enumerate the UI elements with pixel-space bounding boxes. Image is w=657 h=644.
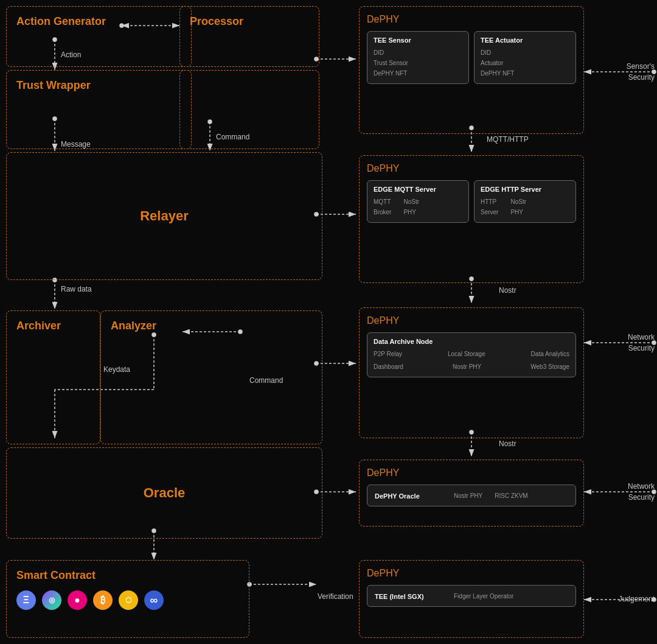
dephy-oracle-title: DePHY Oracle	[375, 492, 420, 500]
trust-wrapper-box: Trust Wrapper	[6, 70, 192, 149]
eth-coin-icon: Ξ	[16, 590, 36, 610]
judgement-label: Judgement	[619, 593, 655, 604]
data-archive-box: Data Archive Node P2P RelayLocal Storage…	[367, 332, 576, 377]
network-security-label-top: NetworkSecurity	[628, 332, 655, 354]
sensors-security-label: Sensor'sSecurity	[627, 61, 655, 83]
action-generator-box: Action Generator	[6, 6, 192, 67]
tee-sensor-items: DIDTrust SensorDePHY NFT	[374, 47, 462, 79]
oracle-box: Oracle	[6, 447, 322, 539]
command-label-1: Command	[216, 133, 249, 141]
sol-coin-icon: ◎	[42, 590, 61, 610]
processor-box: Processor	[179, 6, 319, 67]
dephy-title-4: DePHY	[367, 467, 576, 478]
dephy-box-2: DePHY EDGE MQTT Server MQTTBroker NoStrP…	[359, 155, 584, 283]
edge-http-title: EDGE HTTP Server	[481, 186, 569, 193]
data-archive-title: Data Archive Node	[374, 338, 569, 345]
tee-sensor-title: TEE Sensor	[374, 37, 462, 44]
dephy-title-3: DePHY	[367, 315, 576, 326]
analyzer-box: Analyzer	[100, 310, 322, 444]
dephy-title-2: DePHY	[367, 163, 576, 174]
relayer-box: Relayer	[6, 152, 322, 280]
mqtt-http-label: MQTT/HTTP	[487, 135, 529, 144]
bnb-coin-icon: ⬡	[119, 590, 138, 610]
action-generator-title: Action Generator	[16, 15, 106, 27]
dephy-box-3: DePHY Data Archive Node P2P RelayLocal S…	[359, 307, 584, 438]
link-coin-icon: ∞	[144, 590, 164, 610]
edge-http-box: EDGE HTTP Server HTTPServer NoStrPHY	[474, 180, 576, 223]
edge-mqtt-box: EDGE MQTT Server MQTTBroker NoStrPHY	[367, 180, 469, 223]
dephy-box-5: DePHY TEE (Intel SGX) Fidger Layer Opera…	[359, 560, 584, 638]
dephy-title-5: DePHY	[367, 568, 576, 579]
tee-actuator-title: TEE Actuator	[481, 37, 569, 44]
tee-intel-title: TEE (Intel SGX)	[375, 593, 424, 600]
oracle-title: Oracle	[144, 485, 186, 501]
edge-http-items: HTTPServer NoStrPHY	[481, 197, 569, 217]
fidger-layer-label: Fidger Layer Operator	[454, 591, 513, 601]
action-label: Action	[61, 51, 81, 59]
analyzer-title: Analyzer	[111, 320, 156, 332]
data-archive-items: P2P RelayLocal StorageData Analytics Das…	[374, 349, 569, 372]
edge-mqtt-items: MQTTBroker NoStrPHY	[374, 197, 462, 217]
keydata-label: Keydata	[103, 365, 130, 374]
archiver-title: Archiver	[16, 320, 61, 332]
smart-contract-box: Smart Contract Ξ ◎ ● ₿ ⬡ ∞	[6, 560, 249, 638]
dephy-oracle-zkvm: RISC ZKVM	[495, 491, 527, 501]
edge-mqtt-title: EDGE MQTT Server	[374, 186, 462, 193]
message-label: Message	[61, 140, 91, 149]
smart-contract-title: Smart Contract	[16, 569, 239, 582]
dephy-oracle-nostr: Nostr PHY	[454, 491, 482, 501]
processor-title: Processor	[190, 15, 243, 27]
dephy-box-1: DePHY TEE Sensor DIDTrust SensorDePHY NF…	[359, 6, 584, 134]
tee-actuator-box: TEE Actuator DIDActuatorDePHY NFT	[474, 31, 576, 84]
dephy-title-1: DePHY	[367, 14, 576, 25]
relayer-title: Relayer	[140, 208, 189, 224]
tee-actuator-items: DIDActuatorDePHY NFT	[481, 47, 569, 79]
trust-wrapper-title: Trust Wrapper	[16, 79, 91, 91]
dot-coin-icon: ●	[68, 590, 87, 610]
verification-label: Verification	[318, 592, 353, 601]
btc-coin-icon: ₿	[93, 590, 113, 610]
tee-sensor-box: TEE Sensor DIDTrust SensorDePHY NFT	[367, 31, 469, 84]
dephy-oracle-inner: DePHY Oracle Nostr PHY RISC ZKVM	[367, 485, 576, 506]
network-security-label-bottom: NetworkSecurity	[628, 481, 655, 503]
raw-data-label: Raw data	[61, 285, 92, 293]
nostr-label-2: Nostr	[499, 439, 516, 448]
command-label-2: Command	[249, 376, 283, 385]
tee-intel-inner: TEE (Intel SGX) Fidger Layer Operator	[367, 585, 576, 607]
dephy-box-4: DePHY DePHY Oracle Nostr PHY RISC ZKVM	[359, 460, 584, 527]
archiver-box: Archiver	[6, 310, 100, 444]
nostr-label-1: Nostr	[499, 286, 516, 295]
